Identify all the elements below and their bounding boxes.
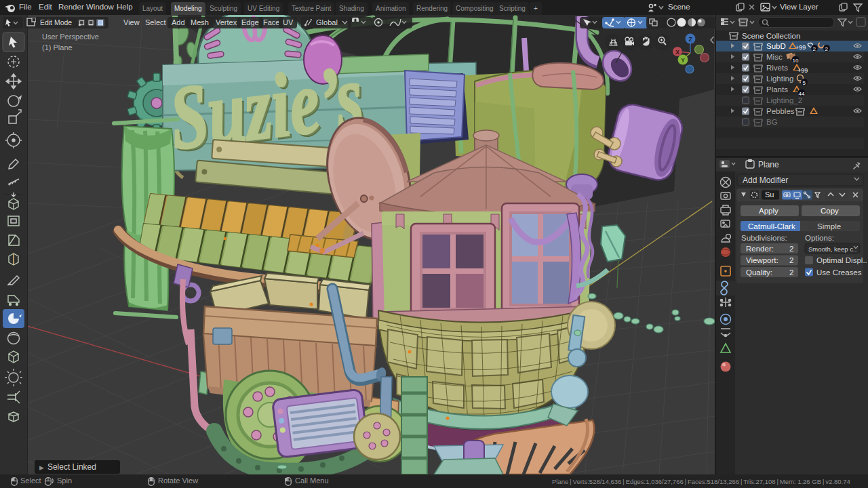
svg-text:Apply: Apply	[759, 207, 778, 215]
svg-text:Simple: Simple	[817, 222, 841, 230]
svg-text:Scene Collection: Scene Collection	[742, 32, 800, 40]
svg-text:Add Modifier: Add Modifier	[743, 176, 788, 185]
svg-text:Options:: Options:	[805, 234, 834, 242]
svg-text:SubD: SubD	[766, 42, 786, 50]
svg-text:Lighting: Lighting	[766, 75, 793, 83]
svg-text:Z: Z	[688, 36, 692, 43]
svg-text:Su: Su	[765, 190, 774, 199]
svg-text:2: 2	[789, 268, 793, 277]
svg-text:X: X	[675, 49, 679, 56]
svg-text:Plane: Plane	[758, 160, 779, 169]
svg-text:Plants: Plants	[766, 85, 788, 94]
svg-text:+99: +99	[797, 67, 808, 74]
svg-text:Optimal Displ..: Optimal Displ..	[816, 256, 867, 264]
svg-text:Subdivisions:: Subdivisions:	[741, 234, 787, 242]
svg-text:10: 10	[793, 58, 799, 64]
svg-text:2: 2	[825, 46, 829, 52]
svg-text:Use Creases: Use Creases	[816, 268, 862, 277]
svg-text:BG: BG	[766, 118, 778, 126]
svg-text:5: 5	[803, 80, 806, 86]
svg-text:Misc: Misc	[766, 53, 783, 61]
svg-text:Y: Y	[681, 57, 685, 64]
svg-text:Rivets: Rivets	[766, 64, 788, 72]
svg-text:2: 2	[789, 245, 793, 253]
svg-text:Pebbles: Pebbles	[766, 107, 795, 115]
svg-text:Lighting_2: Lighting_2	[766, 96, 802, 104]
svg-text:2: 2	[789, 256, 793, 264]
svg-text:Render:: Render:	[746, 245, 774, 253]
svg-text:Smooth, keep c..: Smooth, keep c..	[808, 245, 856, 253]
svg-text:Catmull-Clark: Catmull-Clark	[748, 222, 795, 230]
svg-text:Quality:: Quality:	[746, 268, 772, 277]
svg-text:+99: +99	[795, 44, 806, 51]
svg-text:Viewport:: Viewport:	[746, 256, 778, 264]
svg-text:Copy: Copy	[821, 207, 839, 215]
svg-text:2: 2	[813, 46, 816, 52]
